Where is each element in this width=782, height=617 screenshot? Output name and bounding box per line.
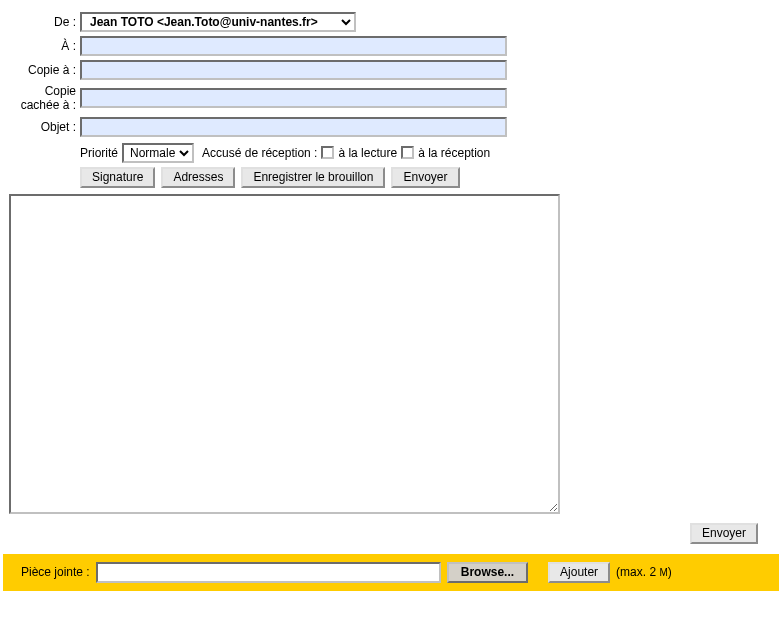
- from-label: De :: [0, 15, 80, 29]
- attachment-input[interactable]: [96, 562, 441, 583]
- message-body[interactable]: [9, 194, 560, 514]
- max-size-note: (max. 2 M): [616, 565, 672, 579]
- toolbar: Signature Adresses Enregistrer le brouil…: [80, 167, 782, 188]
- send-button-bottom[interactable]: Envoyer: [690, 523, 758, 544]
- read-receipt-checkbox[interactable]: [321, 146, 334, 159]
- bottom-send-row: Envoyer: [0, 517, 782, 550]
- attachment-label: Pièce jointe :: [21, 565, 90, 579]
- bcc-input[interactable]: [80, 88, 507, 108]
- signature-button[interactable]: Signature: [80, 167, 155, 188]
- add-attachment-button[interactable]: Ajouter: [548, 562, 610, 583]
- cc-label: Copie à :: [0, 63, 80, 77]
- addresses-button[interactable]: Adresses: [161, 167, 235, 188]
- delivery-receipt-checkbox[interactable]: [401, 146, 414, 159]
- delivery-receipt-label: à la réception: [418, 146, 490, 160]
- compose-form: De : Jean TOTO <Jean.Toto@univ-nantes.fr…: [0, 12, 782, 188]
- to-input[interactable]: [80, 36, 507, 56]
- subject-label: Objet :: [0, 120, 80, 134]
- send-button-top[interactable]: Envoyer: [391, 167, 459, 188]
- save-draft-button[interactable]: Enregistrer le brouillon: [241, 167, 385, 188]
- options-row: Priorité Normale Accusé de réception : à…: [80, 143, 782, 163]
- from-select[interactable]: Jean TOTO <Jean.Toto@univ-nantes.fr>: [80, 12, 356, 32]
- priority-label: Priorité: [80, 146, 118, 160]
- priority-select[interactable]: Normale: [122, 143, 194, 163]
- to-label: À :: [0, 39, 80, 53]
- bcc-label: Copie cachée à :: [0, 84, 80, 113]
- receipt-label: Accusé de réception :: [202, 146, 317, 160]
- browse-button[interactable]: Browse...: [447, 562, 528, 583]
- subject-input[interactable]: [80, 117, 507, 137]
- read-receipt-label: à la lecture: [338, 146, 397, 160]
- attachment-bar: Pièce jointe : Browse... Ajouter (max. 2…: [3, 554, 779, 591]
- cc-input[interactable]: [80, 60, 507, 80]
